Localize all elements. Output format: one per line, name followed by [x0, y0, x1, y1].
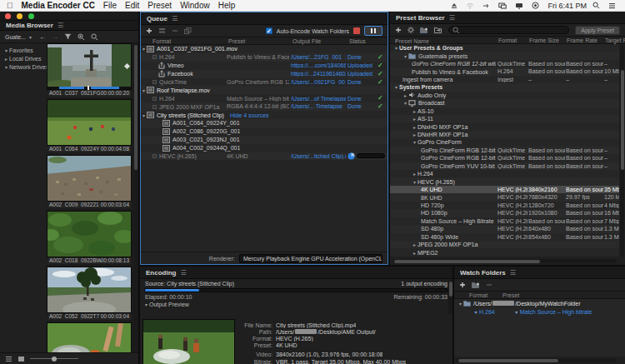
media-clip[interactable]: A002_C052_0922T7_00:00:03:04 — [48, 267, 131, 320]
watch-format-value[interactable]: H.264 — [479, 309, 495, 315]
panel-menu-icon[interactable]: ☰ — [172, 15, 178, 22]
preset-dropdown-icon[interactable]: ▾ — [513, 309, 520, 315]
app-menu[interactable]: Media Encoder CC — [22, 1, 95, 10]
preset-row[interactable]: ▸DNxHR MXF OP1a — [390, 131, 619, 138]
preset-row[interactable]: ▾Guatemala presets — [390, 52, 619, 59]
queue-row[interactable]: A002_C086_09220G_001 — [141, 127, 388, 136]
queue-row[interactable]: ▾A001_C037_0921FG_001.mov — [141, 45, 388, 53]
output-path[interactable]: /Users/...itched Clip).mp4 — [291, 153, 346, 159]
remove-watch-folder-icon[interactable] — [486, 282, 492, 288]
chevron-down-icon[interactable]: ▾ — [402, 100, 408, 106]
tree-item-favorites[interactable]: ▾Favorites — [3, 46, 47, 54]
output-checkbox[interactable] — [152, 105, 157, 109]
pause-queue-button[interactable] — [364, 26, 382, 36]
apply-preset-button[interactable]: Apply Preset — [575, 26, 620, 35]
hide-sources-link[interactable]: Hide 4 sources — [230, 112, 269, 118]
mirroring-icon[interactable] — [498, 2, 507, 9]
media-clip-partial[interactable] — [48, 323, 131, 352]
auto-encode-checkbox[interactable]: ✓ — [266, 27, 272, 34]
media-clip[interactable]: A001_C037_0921FG_00:00:00:20 — [48, 44, 131, 97]
wifi-icon[interactable] — [466, 2, 474, 9]
preset-hscrollbar[interactable] — [392, 259, 617, 263]
apple-menu-icon[interactable]:  — [7, 2, 13, 10]
chevron-right-icon[interactable]: ▸ — [412, 171, 418, 177]
close-window-button[interactable] — [5, 13, 11, 19]
tab-encoding[interactable]: Encoding ☰ — [140, 267, 452, 279]
add-watch-folder-icon[interactable] — [459, 282, 466, 288]
list-view-icon[interactable] — [5, 356, 12, 362]
preset-row[interactable]: GoPro CineForm RGB 12-bit with alpha (Al… — [390, 60, 619, 67]
queue-row[interactable]: A001_C064_09224Y_001 — [141, 119, 388, 127]
queue-row[interactable]: Facebookhttps://...24119614602283Uploade… — [141, 70, 388, 78]
media-clip[interactable]: A002_C009_092221_00:00:03:04 — [48, 156, 131, 208]
watch-folder-row[interactable]: ▾/Users//Desktop/MyWatchFolder — [454, 299, 625, 307]
panel-menu-icon[interactable]: ☰ — [180, 269, 186, 277]
chevron-down-icon[interactable]: ▾ — [393, 84, 399, 90]
queue-row[interactable]: HEVC (H.265)4K UHD/Users/...itched Clip)… — [141, 152, 388, 161]
chevron-right-icon[interactable]: ▸ — [412, 132, 418, 137]
menu-preset[interactable]: Preset — [148, 1, 172, 10]
tab-preset-browser[interactable]: Preset Browser ☰ — [390, 12, 625, 24]
chevron-right-icon[interactable]: ▸ — [412, 250, 418, 256]
remove-icon[interactable] — [172, 27, 178, 34]
preset-row[interactable]: ▸JPEG 2000 MXF OP1a — [390, 241, 619, 248]
thumbnail-size-slider[interactable] — [30, 358, 78, 359]
zoom-window-button[interactable] — [28, 13, 34, 19]
preset-row[interactable]: ▸AS-11 — [390, 115, 619, 122]
preset-row[interactable]: Match Source – High BitrateHEVC (H.265)B… — [390, 217, 619, 225]
preset-row[interactable]: ▸Audio Only — [390, 92, 619, 99]
preset-row[interactable]: SD 480p WideHEVC (H.265)854x480Based on … — [390, 233, 619, 241]
tab-queue[interactable]: Queue ☰ — [141, 12, 388, 25]
queue-row[interactable]: H.264Publish to Vimeo & Face.../Users/..… — [141, 53, 388, 62]
queue-row[interactable]: ▾City streets (Stitched Clip)Hide 4 sour… — [141, 111, 388, 119]
output-path[interactable]: /Users/... Timelapse_1.mxf — [291, 103, 346, 109]
chevron-down-icon[interactable]: ▾ — [412, 179, 418, 185]
preset-search-input[interactable] — [448, 26, 569, 34]
minimize-window-button[interactable] — [17, 13, 22, 19]
import-preset-icon[interactable] — [434, 27, 442, 33]
preset-settings-icon[interactable] — [408, 27, 414, 33]
watch-folder-icon[interactable] — [472, 282, 480, 288]
output-path[interactable]: /Users/...21FG_001_1.mp4 — [291, 54, 346, 60]
preset-row[interactable]: HD 1080pHEVC (H.265)1920x1080Based on so… — [390, 209, 619, 217]
media-clip[interactable]: A002_C018_0922BW_00:00:08:13 — [48, 212, 131, 264]
preset-row[interactable]: ▸H.264 — [390, 170, 619, 177]
add-output-icon[interactable] — [146, 27, 152, 34]
tree-item-network-drives[interactable]: ▾Network Drives — [3, 62, 47, 71]
output-checkbox[interactable] — [152, 154, 157, 158]
location-dropdown[interactable]: Guate...▾ — [5, 34, 33, 40]
notification-center-icon[interactable] — [608, 2, 616, 9]
preset-row[interactable]: Publish to Vimeo & FacebookH.264Based on… — [390, 67, 619, 75]
preset-row[interactable]: Ingest from cameraIngest––– — [390, 76, 619, 83]
media-type-filter-icon[interactable] — [78, 33, 85, 41]
queue-row[interactable]: QuickTimeGoPro Cineform RGB 12.../Users/… — [141, 78, 388, 87]
output-checkbox[interactable] — [152, 80, 157, 84]
cc-ball-icon[interactable] — [532, 2, 539, 9]
output-preset[interactable]: Match Source – High bitr... — [227, 96, 289, 102]
tab-watch-folders[interactable]: Watch Folders ☰ — [454, 267, 625, 279]
chevron-down-icon[interactable]: ▾ — [412, 139, 418, 145]
chevron-down-icon[interactable]: ▾ — [141, 87, 147, 93]
watch-preset-value[interactable]: Match Source – High bitrate — [520, 309, 592, 315]
queue-row[interactable]: Vimeohttps://....com/184066142Uploaded✓ — [141, 62, 388, 70]
forward-icon[interactable]: → — [52, 33, 58, 41]
menu-file[interactable]: File — [103, 1, 117, 10]
filter-icon[interactable] — [64, 33, 72, 40]
new-group-icon[interactable] — [420, 27, 428, 33]
chevron-down-icon[interactable]: ▾ — [393, 45, 399, 51]
menu-help[interactable]: Help — [218, 1, 236, 10]
preset-row[interactable]: GoPro CineForm RGB 12-bit with alphaQuic… — [390, 147, 619, 154]
preset-row[interactable]: HD 720pHEVC (H.265)1280x720Based on sour… — [390, 202, 619, 209]
chevron-down-icon[interactable]: ▾ — [402, 53, 408, 59]
queue-row[interactable]: A004_C002_09244Q_001 — [141, 144, 388, 152]
output-checkbox[interactable] — [152, 97, 157, 101]
preset-row[interactable]: ▾GoPro CineForm — [390, 138, 619, 146]
back-icon[interactable]: ← — [39, 33, 46, 41]
preset-row[interactable]: ▾HEVC (H.265) — [390, 177, 619, 185]
menu-edit[interactable]: Edit — [125, 1, 139, 10]
output-preview-toggle[interactable]: ▾Output Preview — [140, 300, 452, 307]
output-path[interactable]: /Users/...0921FG_001.mov — [291, 79, 346, 85]
panel-menu-icon[interactable]: ☰ — [449, 14, 455, 22]
output-path[interactable]: /Users/...of Timelapse.mp4 — [291, 96, 346, 102]
search-icon[interactable] — [91, 33, 98, 41]
